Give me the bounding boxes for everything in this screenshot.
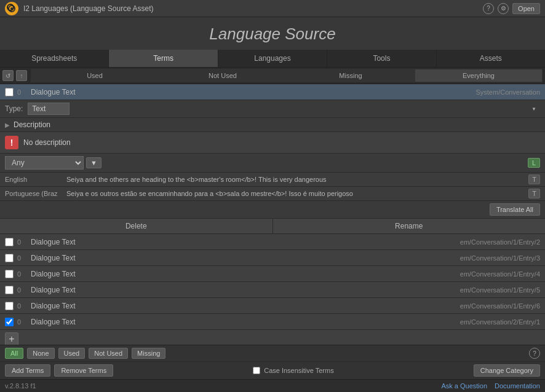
title-bar: I2 Languages (Language Source Asset) ? ⚙… (0, 0, 545, 17)
filter-used-button[interactable]: Used (58, 348, 86, 359)
page-title-section: Language Source (0, 17, 545, 50)
action-row: Delete Rename (0, 219, 545, 234)
entry-path-3: em/Conversation/1/Entry/5 (460, 286, 540, 294)
refresh-icon[interactable]: ↺ (2, 70, 14, 81)
status-bar: v.2.8.13 f1 Ask a Question Documentation (0, 379, 545, 392)
case-insensitive-label: Case Insensitive Terms (264, 367, 334, 374)
case-insensitive-section: Case Insensitive Terms (117, 367, 470, 374)
entry-checkbox-1[interactable] (5, 254, 14, 262)
tab-spreadsheets[interactable]: Spreadsheets (0, 50, 109, 67)
type-label: Type: (5, 104, 23, 113)
entry-name-2: Dialogue Text (31, 270, 460, 278)
filter-not-used[interactable]: Not Used (159, 69, 287, 82)
description-content: ! No description (0, 132, 545, 154)
bottom-action-row: Add Terms Remove Terms Case Insensitive … (0, 362, 545, 379)
entry-name-3: Dialogue Text (31, 286, 460, 294)
svg-point-0 (6, 2, 18, 15)
entry-count-1: 0 (17, 254, 26, 262)
delete-button[interactable]: Delete (0, 219, 273, 233)
translation-row-portuguese: Portuguese (Braz Seiya e os outros estão… (0, 187, 545, 201)
bottom-filter-row: All None Used Not Used Missing ? (0, 345, 545, 362)
settings-icon[interactable]: ⚙ (498, 3, 509, 14)
expand-icon: ▶ (5, 122, 10, 128)
english-t-badge[interactable]: T (528, 174, 540, 184)
selected-entry-checkbox[interactable] (5, 88, 14, 96)
table-row[interactable]: 0 Dialogue Text em/Conversation/1/Entry/… (0, 250, 545, 266)
entry-path-0: em/Conversation/1/Entry/2 (460, 238, 540, 246)
filter-missing-button[interactable]: Missing (132, 348, 165, 359)
type-select-wrapper: Text Audio Texture (28, 103, 540, 115)
type-select[interactable]: Text Audio Texture (28, 103, 70, 115)
filter-none-button[interactable]: None (27, 348, 54, 359)
page-title: Language Source (0, 25, 545, 44)
entry-checkbox-5[interactable] (5, 318, 14, 326)
add-terms-button[interactable]: Add Terms (5, 364, 50, 377)
translate-all-button[interactable]: Translate All (490, 203, 540, 216)
entry-name-4: Dialogue Text (31, 302, 460, 310)
entry-count-3: 0 (17, 286, 26, 294)
type-row: Type: Text Audio Texture (0, 100, 545, 118)
portuguese-lang-label: Portuguese (Braz (5, 190, 66, 197)
title-bar-right: ? ⚙ Open (483, 3, 540, 14)
remove-terms-button[interactable]: Remove Terms (54, 364, 113, 377)
entry-count-4: 0 (17, 302, 26, 310)
entry-path-4: em/Conversation/1/Entry/6 (460, 302, 540, 310)
table-row[interactable]: 0 Dialogue Text em/Conversation/1/Entry/… (0, 234, 545, 250)
table-row[interactable]: 0 Dialogue Text em/Conversation/1/Entry/… (0, 266, 545, 282)
entry-checkbox-4[interactable] (5, 302, 14, 310)
table-row[interactable]: 0 Dialogue Text em/Conversation/2/Entry/… (0, 314, 545, 330)
selected-entry-name: Dialogue Text (31, 88, 475, 96)
l-badge[interactable]: L (528, 158, 540, 168)
entry-checkbox-2[interactable] (5, 270, 14, 278)
table-row[interactable]: 0 Dialogue Text em/Conversation/1/Entry/… (0, 282, 545, 298)
tab-terms[interactable]: Terms (109, 50, 218, 67)
filter-not-used-button[interactable]: Not Used (89, 348, 128, 359)
selected-entry-row[interactable]: 0 Dialogue Text System/Conversation (0, 84, 545, 100)
entry-name-1: Dialogue Text (31, 254, 460, 262)
entry-path-2: em/Conversation/1/Entry/4 (460, 270, 540, 278)
ask-question-link[interactable]: Ask a Question (441, 382, 487, 390)
filter-everything[interactable]: Everything (415, 69, 543, 82)
entries-list: 0 Dialogue Text em/Conversation/1/Entry/… (0, 234, 545, 330)
tab-languages[interactable]: Languages (218, 50, 327, 67)
add-entry-button[interactable]: + (5, 332, 18, 346)
filter-missing[interactable]: Missing (287, 69, 415, 82)
change-category-button[interactable]: Change Category (474, 364, 540, 377)
title-bar-left: I2 Languages (Language Source Asset) (5, 2, 154, 15)
filter-icons: ↺ ↑ (2, 70, 27, 81)
bottom-help-icon[interactable]: ? (529, 348, 540, 359)
warning-icon: ! (5, 136, 18, 149)
svg-point-2 (10, 7, 13, 10)
entry-count-0: 0 (17, 238, 26, 246)
english-translation-text: Seiya and the others are heading to the … (66, 176, 528, 183)
entry-count-5: 0 (17, 318, 26, 326)
tab-assets[interactable]: Assets (437, 50, 545, 67)
description-row[interactable]: ▶ Description (0, 118, 545, 132)
documentation-link[interactable]: Documentation (495, 382, 540, 390)
help-icon[interactable]: ? (483, 3, 494, 14)
app-logo (5, 2, 18, 15)
table-row[interactable]: 0 Dialogue Text em/Conversation/1/Entry/… (0, 298, 545, 314)
tab-tools[interactable]: Tools (327, 50, 436, 67)
filter-used[interactable]: Used (31, 69, 159, 82)
entry-name-0: Dialogue Text (31, 238, 460, 246)
english-lang-label: English (5, 176, 66, 183)
entry-checkbox-0[interactable] (5, 238, 14, 246)
open-button[interactable]: Open (512, 3, 540, 14)
lang-dropdown-btn[interactable]: ▼ (86, 157, 101, 168)
version-label: v.2.8.13 f1 (5, 382, 36, 390)
svg-point-1 (9, 6, 15, 12)
filter-all-button[interactable]: All (5, 348, 23, 359)
rename-button[interactable]: Rename (273, 219, 546, 233)
entry-checkbox-3[interactable] (5, 286, 14, 294)
no-description-text: No description (23, 138, 71, 147)
lang-select[interactable]: Any English Portuguese (Braz (5, 156, 84, 170)
portuguese-t-badge[interactable]: T (528, 189, 540, 198)
filter-bar: ↺ ↑ Used Not Used Missing Everything (0, 68, 545, 84)
entry-path-5: em/Conversation/2/Entry/1 (460, 318, 540, 326)
main-tabs: Spreadsheets Terms Languages Tools Asset… (0, 50, 545, 68)
sort-icon[interactable]: ↑ (16, 70, 27, 81)
entry-path-1: em/Conversation/1/Entry/3 (460, 254, 540, 262)
selected-entry-count: 0 (17, 88, 26, 96)
case-insensitive-checkbox[interactable] (253, 367, 260, 374)
